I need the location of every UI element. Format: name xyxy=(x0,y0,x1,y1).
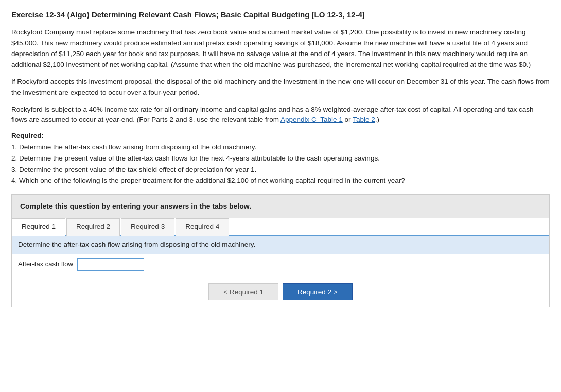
paragraph-1: Rockyford Company must replace some mach… xyxy=(11,27,550,70)
required-heading: Required: xyxy=(11,132,550,139)
list-item: 2. Determine the present value of the af… xyxy=(11,153,550,164)
after-tax-cash-flow-input[interactable] xyxy=(77,258,144,271)
nav-back-button[interactable]: < Required 1 xyxy=(208,283,278,300)
paragraph-3-mid: or xyxy=(343,116,353,123)
tab-required-2[interactable]: Required 2 xyxy=(66,218,120,236)
instruction-box: Complete this question by entering your … xyxy=(11,194,550,218)
nav-forward-button[interactable]: Required 2 > xyxy=(283,283,353,300)
nav-buttons-row: < Required 1 Required 2 > xyxy=(12,276,549,307)
paragraph-3: Rockyford is subject to a 40% income tax… xyxy=(11,104,550,126)
required-list: 1. Determine the after-tax cash flow ari… xyxy=(11,141,550,186)
paragraph-3-end: .) xyxy=(375,116,379,123)
paragraph-2: If Rockyford accepts this investment pro… xyxy=(11,77,550,98)
tab-required-4[interactable]: Required 4 xyxy=(176,218,229,236)
tabs-container: Required 1 Required 2 Required 3 Require… xyxy=(11,218,550,307)
list-item: 1. Determine the after-tax cash flow ari… xyxy=(11,141,550,153)
tabs-row: Required 1 Required 2 Required 3 Require… xyxy=(12,218,549,236)
list-item: 3. Determine the present value of the ta… xyxy=(11,164,550,175)
table2-link[interactable]: Table 2 xyxy=(353,116,375,123)
paragraph-3-text: Rockyford is subject to a 40% income tax… xyxy=(11,105,534,124)
input-label: After-tax cash flow xyxy=(18,260,73,268)
tab-required-1[interactable]: Required 1 xyxy=(12,218,65,236)
page-title: Exercise 12-34 (Algo) Determining Releva… xyxy=(11,9,550,20)
appendix-c-table1-link[interactable]: Appendix C–Table 1 xyxy=(280,116,343,123)
tab-required-3[interactable]: Required 3 xyxy=(121,218,174,236)
list-item: 4. Which one of the following is the pro… xyxy=(11,175,550,186)
tab-content-description: Determine the after-tax cash flow arisin… xyxy=(12,236,549,254)
input-row: After-tax cash flow xyxy=(12,254,549,276)
